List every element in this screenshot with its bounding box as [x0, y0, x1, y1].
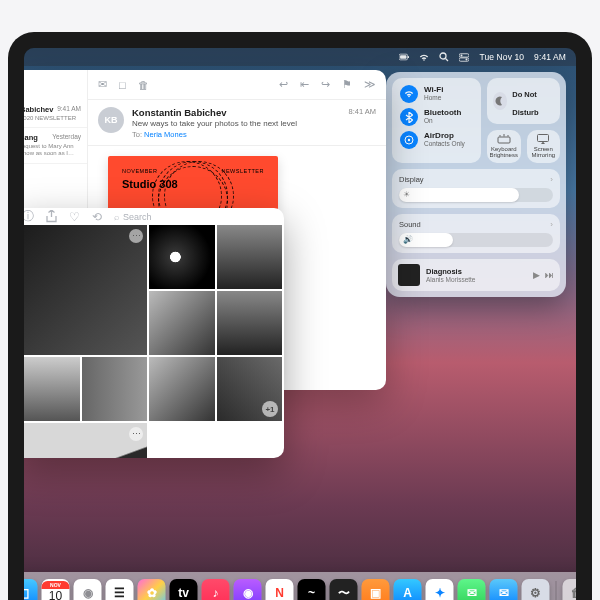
keyboard-brightness-label: Keyboard Brightness [489, 146, 519, 159]
dock-app-settings[interactable]: ⚙ [522, 579, 550, 600]
archive-icon[interactable]: □ [119, 79, 126, 91]
display-brightness-slider[interactable]: ☀ [399, 188, 553, 202]
speaker-icon: 🔊 [403, 235, 413, 244]
wifi-toggle[interactable]: Wi-FiHome [400, 85, 473, 103]
photo-thumbnail[interactable] [217, 225, 283, 289]
photo-thumbnail[interactable] [217, 291, 283, 355]
dock-app-appstore[interactable]: A [394, 579, 422, 600]
calendar-day: 10 [49, 589, 62, 600]
svg-point-8 [466, 58, 468, 60]
menubar-time[interactable]: 9:41 AM [534, 52, 566, 62]
photo-thumbnail[interactable] [24, 357, 80, 421]
dock-app-music[interactable]: ♪ [202, 579, 230, 600]
airdrop-icon [400, 131, 418, 149]
menubar: Tue Nov 10 9:41 AM [24, 48, 576, 66]
photo-thumbnail[interactable]: ⋯ [24, 423, 147, 458]
bluetooth-icon [400, 108, 418, 126]
newsletter-tag: NEWSLETTER [221, 168, 264, 174]
stack-count-badge: +1 [262, 401, 278, 417]
screen-mirroring-icon [537, 134, 549, 144]
display-slider-block: Display› ☀ [392, 169, 560, 208]
dock: ◧ NOV10 ◉ ☰ ✿ tv ♪ ◉ N ~ 〜 ▣ A ✦ ✉ ✉ ⚙ 🗑 [24, 572, 576, 600]
bluetooth-status: On [424, 118, 461, 125]
photo-thumbnail[interactable] [149, 357, 215, 421]
dock-app-mail[interactable]: ✉ [490, 579, 518, 600]
mail-list-item[interactable]: Babichev9:41 AM 2020 NEWSLETTER [24, 100, 87, 128]
trash-icon[interactable]: 🗑 [138, 79, 149, 91]
flag-icon[interactable]: ⚑ [342, 78, 352, 91]
spotlight-icon[interactable] [439, 52, 449, 62]
rotate-icon[interactable]: ⟲ [92, 210, 102, 224]
dock-app-photos[interactable]: ✿ [138, 579, 166, 600]
now-playing-tile[interactable]: DiagnosisAlanis Morissette ▶⏭ [392, 259, 560, 291]
dock-app-books[interactable]: ▣ [362, 579, 390, 600]
screen-mirroring-label: Screen Mirroring [529, 146, 559, 159]
mail-subject: New ways to take your photos to the next… [132, 119, 340, 128]
airdrop-status: Contacts Only [424, 141, 465, 148]
dock-app-podcasts[interactable]: ◉ [234, 579, 262, 600]
dock-app-news[interactable]: N [266, 579, 294, 600]
svg-rect-15 [538, 135, 549, 142]
photo-thumbnail[interactable]: +1 [217, 357, 283, 421]
mail-recipient: Neria Mones [144, 130, 187, 139]
menubar-date[interactable]: Tue Nov 10 [479, 52, 524, 62]
sound-slider-block: Sound› 🔊 [392, 214, 560, 253]
battery-icon[interactable] [399, 52, 409, 62]
reply-all-icon[interactable]: ⇤ [300, 78, 309, 91]
album-art [398, 264, 420, 286]
dock-app-tv[interactable]: tv [170, 579, 198, 600]
sun-icon: ☀ [403, 190, 410, 199]
avatar: KB [98, 107, 124, 133]
dock-app-reminders[interactable]: ☰ [106, 579, 134, 600]
sound-volume-slider[interactable]: 🔊 [399, 233, 553, 247]
wifi-icon[interactable] [419, 52, 429, 62]
more-icon[interactable]: ≫ [364, 78, 376, 91]
dnd-toggle[interactable]: Do Not Disturb [487, 78, 560, 124]
screen-mirroring-button[interactable]: Screen Mirroring [527, 130, 561, 163]
play-icon[interactable]: ▶ [533, 270, 540, 280]
next-track-icon[interactable]: ⏭ [545, 270, 554, 280]
control-center-icon[interactable] [459, 52, 469, 62]
more-icon[interactable]: ⋯ [129, 427, 143, 441]
search-input[interactable]: ⌕Search [114, 212, 274, 222]
bluetooth-toggle[interactable]: BluetoothOn [400, 108, 473, 126]
wifi-status: Home [424, 95, 443, 102]
forward-icon[interactable]: ↪ [321, 78, 330, 91]
photos-window: ⓘ ♡ ⟲ ⌕Search ⋯ +1 ⋯ [24, 208, 284, 458]
envelope-icon[interactable]: ✉ [98, 78, 107, 91]
moon-icon [493, 92, 507, 110]
photo-thumbnail[interactable]: ⋯ [24, 225, 147, 355]
share-icon[interactable] [46, 210, 57, 223]
dock-app-contacts[interactable]: ◉ [74, 579, 102, 600]
airdrop-toggle[interactable]: AirDropContacts Only [400, 131, 473, 149]
keyboard-brightness-button[interactable]: Keyboard Brightness [487, 130, 521, 163]
wifi-icon [400, 85, 418, 103]
chevron-right-icon[interactable]: › [550, 175, 553, 184]
mail-list-preview: 2020 NEWSLETTER [24, 115, 81, 122]
reply-icon[interactable]: ↩ [279, 78, 288, 91]
search-icon: ⌕ [114, 212, 119, 222]
dock-app-finder[interactable]: ◧ [24, 579, 38, 600]
dock-app-messages[interactable]: ✉ [458, 579, 486, 600]
mail-list-from: uang [24, 133, 38, 142]
photo-thumbnail[interactable] [82, 357, 148, 421]
calendar-month: NOV [42, 581, 70, 589]
mail-list-preview: request to Mary Ann know as soon as I… [24, 143, 81, 157]
photo-grid: ⋯ +1 ⋯ [24, 225, 284, 458]
control-center-panel: Wi-FiHome BluetoothOn AirDropContacts On… [386, 72, 566, 297]
dock-app-stocks[interactable]: ~ [298, 579, 326, 600]
newsletter-month: NOVEMBER [122, 168, 157, 174]
display-label: Display [399, 175, 424, 184]
photo-thumbnail[interactable] [149, 291, 215, 355]
mail-toolbar: ✉ □ 🗑 ↩ ⇤ ↪ ⚑ ≫ [88, 70, 386, 100]
more-icon[interactable]: ⋯ [129, 229, 143, 243]
chevron-right-icon[interactable]: › [550, 220, 553, 229]
mail-list-item[interactable]: uangYesterday request to Mary Ann know a… [24, 128, 87, 163]
dock-trash[interactable]: 🗑 [563, 579, 577, 600]
photo-thumbnail[interactable] [149, 225, 215, 289]
dock-app-safari[interactable]: ✦ [426, 579, 454, 600]
dock-app-calendar[interactable]: NOV10 [42, 579, 70, 600]
dock-app-voice-memos[interactable]: 〜 [330, 579, 358, 600]
heart-icon[interactable]: ♡ [69, 210, 80, 224]
info-icon[interactable]: ⓘ [24, 208, 34, 225]
